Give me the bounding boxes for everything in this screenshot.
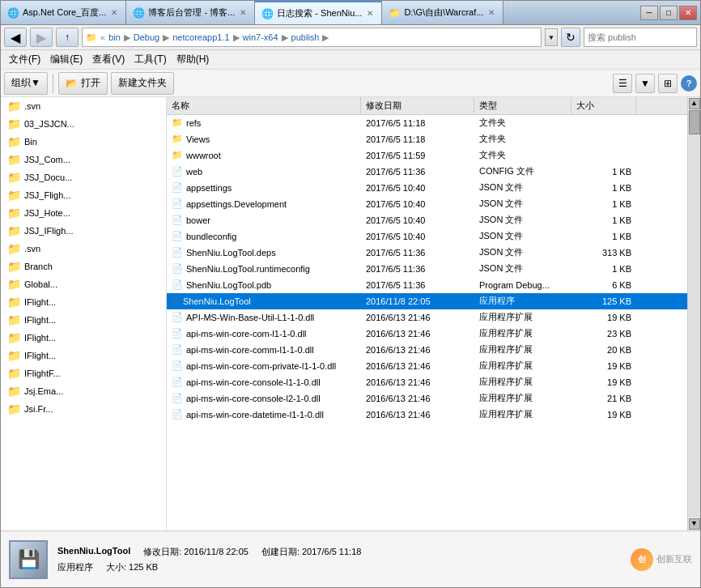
sidebar-item[interactable]: 📁JSJ_Docu... [1,168,166,186]
table-row[interactable]: 📄 api-ms-win-core-com-l1-1-0.dll 2016/6/… [167,326,687,342]
sidebar-item[interactable]: 📁Jsj.Ema... [1,382,166,400]
table-row[interactable]: 📄 ShenNiu.LogTool.deps 2017/6/5 11:36 JS… [167,245,687,261]
path-dropdown[interactable]: ▼ [545,28,558,46]
tab-explorer-close[interactable]: ✕ [486,7,496,18]
up-button[interactable]: ↑ [56,28,79,47]
search-input[interactable] [584,32,701,42]
scroll-down-button[interactable]: ▼ [689,518,700,530]
menu-view[interactable]: 查看(V) [87,51,130,68]
tab-explorer[interactable]: 📁 D:\G\自由\Warcraf... ✕ [382,1,503,24]
forward-button[interactable]: ▶ [30,28,53,47]
sidebar-item[interactable]: 📁Branch [1,258,166,275]
table-row[interactable]: 📄 bundleconfig 2017/6/5 10:40 JSON 文件 1 … [167,228,687,245]
view-details-button[interactable]: ☰ [613,74,632,93]
sidebar-item[interactable]: 📁03_JSJCN... [1,115,166,133]
path-win7[interactable]: win7-x64 [243,32,278,42]
table-row[interactable]: 📄 appsettings 2017/6/5 10:40 JSON 文件 1 K… [167,180,687,196]
tab-blog[interactable]: 🌐 博客后台管理 - 博客... ✕ [126,1,255,24]
col-header-size[interactable]: 大小 [571,97,636,114]
sidebar-item[interactable]: 📁IFlight... [1,311,166,329]
table-row[interactable]: 📄 web 2017/6/5 11:36 CONFIG 文件 1 KB [167,164,687,180]
new-folder-button[interactable]: 新建文件夹 [111,72,174,95]
path-bin[interactable]: bin [108,32,121,42]
folder-icon: 📁 [7,207,21,219]
scroll-up-button[interactable]: ▲ [689,98,700,109]
menu-file[interactable]: 文件(F) [4,51,45,68]
minimize-button[interactable]: ─ [640,6,658,20]
col-header-date[interactable]: 修改日期 [361,97,474,114]
sidebar-item[interactable]: 📁Global... [1,275,166,293]
view-tiles-button[interactable]: ⊞ [658,74,678,93]
file-cell-date: 2016/6/13 21:46 [361,410,474,420]
file-cell-size: 125 KB [571,296,636,306]
organize-button[interactable]: 组织▼ [4,72,48,95]
table-row[interactable]: 📄 ShenNiu.LogTool.pdb 2017/6/5 11:36 Pro… [167,277,687,293]
main-scrollbar[interactable]: ▲ ▼ [687,97,700,530]
sidebar-item[interactable]: 📁.svn [1,97,166,115]
sidebar-item[interactable]: 📁IFlight... [1,293,166,311]
menu-help[interactable]: 帮助(H) [172,51,215,68]
tab-log-close[interactable]: ✕ [365,8,375,19]
open-label: 打开 [81,76,100,90]
sidebar-item[interactable]: 📁JSJ_Com... [1,151,166,168]
tab-log[interactable]: 🌐 日志搜索 - ShenNiu... ✕ [255,1,382,24]
file-cell-name: 📄 bower [167,215,361,225]
folder-icon: 📁 [7,189,21,202]
sidebar-item-label: Jsj.Ema... [24,386,63,396]
table-row[interactable]: 📄 api-ms-win-core-console-l1-1-0.dll 201… [167,374,687,390]
sidebar-item[interactable]: 📁JSJ_Hote... [1,204,166,222]
sidebar-item-label: IFlight... [24,297,56,307]
sidebar-item[interactable]: 📁JSJ_Fligh... [1,186,166,204]
sidebar-item[interactable]: 📁IFlightF... [1,364,166,382]
table-row[interactable]: 📄 API-MS-Win-Base-Util-L1-1-0.dll 2016/6… [167,309,687,326]
file-icon: 📁 [172,117,183,128]
sidebar-item[interactable]: 📁IFlight... [1,347,166,364]
table-row[interactable]: 📁 wwwroot 2017/6/5 11:59 文件夹 [167,147,687,164]
table-row[interactable]: 📄 api-ms-win-core-datetime-l1-1-0.dll 20… [167,407,687,423]
sidebar-item[interactable]: 📁Bin [1,133,166,151]
menu-edit[interactable]: 编辑(E) [45,51,87,68]
sidebar-item[interactable]: 📁Jsi.Fr... [1,400,166,418]
close-button[interactable]: ✕ [679,6,697,20]
tab-asp-close[interactable]: ✕ [109,7,119,18]
tab-asp[interactable]: 🌐 Asp.Net Core_百度... ✕ [1,1,126,24]
help-button[interactable]: ? [681,75,697,92]
file-cell-type: 应用程序扩展 [474,311,571,323]
path-publish[interactable]: publish [291,32,320,42]
table-row[interactable]: 📄 api-ms-win-core-com-private-l1-1-0.dll… [167,358,687,374]
table-row[interactable]: 📄 appsettings.Development 2017/6/5 10:40… [167,196,687,212]
taskbar: 🌐 Asp.Net Core_百度... ✕ 🌐 博客后台管理 - 博客... … [1,1,700,25]
tab-blog-icon: 🌐 [133,7,145,19]
sidebar-item-label: JSJ_Hote... [24,208,70,218]
menu-tools[interactable]: 工具(T) [130,51,171,68]
file-cell-size: 19 KB [571,361,636,371]
address-path[interactable]: 📁 « bin ▶ Debug ▶ netcoreapp1.1 ▶ win7-x… [82,28,542,47]
table-row[interactable]: 📁 refs 2017/6/5 11:18 文件夹 [167,115,687,131]
sidebar-item[interactable]: 📁.svn [1,240,166,258]
path-netcore[interactable]: netcoreapp1.1 [172,32,229,42]
sidebar-item[interactable]: 📁IFlight... [1,329,166,347]
table-row[interactable]: 📄 api-ms-win-core-comm-l1-1-0.dll 2016/6… [167,342,687,358]
refresh-button[interactable]: ↻ [561,28,580,47]
scroll-thumb[interactable] [689,110,700,134]
maximize-button[interactable]: □ [660,6,678,20]
table-row[interactable]: 📄 bower 2017/6/5 10:40 JSON 文件 1 KB [167,212,687,228]
table-row[interactable]: 📄 ShenNiu.LogTool.runtimeconfig 2017/6/5… [167,261,687,277]
sidebar-item-label: IFlight... [24,333,56,343]
back-button[interactable]: ◀ [4,28,27,47]
open-button[interactable]: 📂 打开 [58,72,108,95]
view-change-button[interactable]: ▼ [635,74,655,93]
table-row[interactable]: ⚙ ShenNiu.LogTool 2016/11/8 22:05 应用程序 1… [167,293,687,309]
file-cell-size: 1 KB [571,183,636,193]
file-cell-name: 📄 ShenNiu.LogTool.runtimeconfig [167,263,361,274]
file-cell-date: 2017/6/5 11:36 [361,248,474,258]
sidebar-item[interactable]: 📁JSJ_IFligh... [1,222,166,240]
path-debug[interactable]: Debug [134,32,159,42]
folder-icon: 📁 [7,100,21,113]
col-header-name[interactable]: 名称 [167,97,361,114]
table-row[interactable]: 📁 Views 2017/6/5 11:18 文件夹 [167,131,687,147]
table-row[interactable]: 📄 api-ms-win-core-console-l2-1-0.dll 201… [167,390,687,407]
col-header-type[interactable]: 类型 [474,97,571,114]
status-info: ShenNiu.LogTool 修改日期: 2016/11/8 22:05 创建… [57,546,361,573]
tab-blog-close[interactable]: ✕ [238,7,248,18]
